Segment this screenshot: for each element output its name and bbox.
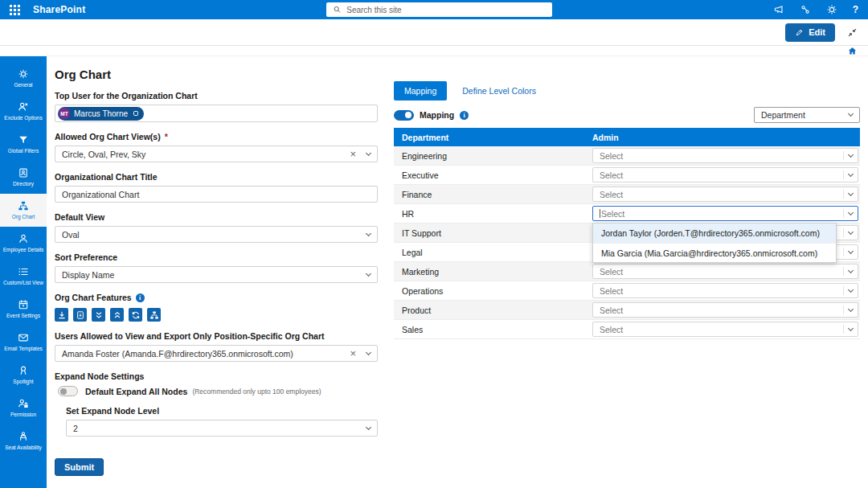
sidebar-item-org-chart[interactable]: Org Chart (0, 194, 47, 227)
admin-select[interactable]: Select (592, 167, 858, 182)
admin-select[interactable]: Select (592, 264, 858, 279)
sidebar-item-custom-list-view[interactable]: Custom/List View (0, 260, 47, 293)
download-button[interactable] (55, 308, 68, 322)
allowed-views-combobox[interactable]: Circle, Oval, Prev, Sky × (55, 146, 378, 162)
clear-icon[interactable]: × (350, 149, 356, 159)
department-cell: Marketing (394, 267, 592, 277)
mapping-table: Department Admin Engineering Select (394, 128, 860, 339)
mapping-toggle[interactable] (394, 110, 414, 121)
export-file-icon (76, 310, 85, 320)
collapse-view-icon[interactable] (847, 27, 858, 38)
column-header-admin: Admin (592, 133, 860, 142)
info-icon[interactable]: i (460, 111, 469, 120)
search-input[interactable] (346, 6, 546, 14)
sidebar-item-directory[interactable]: Directory (0, 161, 47, 194)
group-by-value: Department (761, 110, 849, 120)
admin-select[interactable]: Select (592, 322, 858, 337)
sidebar-item-exclude-options[interactable]: Exclude Options (0, 95, 47, 128)
help-icon[interactable]: ? (853, 4, 858, 15)
chart-title-input[interactable]: Organizational Chart (55, 186, 378, 203)
chevron-down-icon[interactable] (366, 349, 371, 355)
tab-mapping[interactable]: Mapping (394, 81, 447, 100)
admin-select-placeholder: Select (601, 209, 624, 219)
chevron-down-icon[interactable] (848, 325, 854, 330)
command-bar: Edit (0, 19, 868, 46)
chevron-down-icon[interactable] (848, 190, 854, 195)
group-by-select[interactable]: Department (754, 107, 860, 123)
megaphone-icon[interactable] (773, 4, 784, 15)
connections-icon[interactable] (800, 4, 811, 15)
top-user-field[interactable]: MT Marcus Thorne (55, 105, 378, 122)
chevron-down-icon[interactable] (848, 286, 854, 292)
edit-button[interactable]: Edit (785, 23, 835, 42)
collapse-all-button[interactable] (110, 308, 124, 322)
chevron-down-icon[interactable] (366, 150, 371, 155)
app-launcher-icon[interactable] (10, 5, 20, 15)
sidebar-item-global-filters[interactable]: Global Filters (0, 128, 47, 161)
chevron-down-icon[interactable] (848, 151, 854, 157)
search-icon (333, 5, 342, 14)
export-image-button[interactable] (73, 308, 87, 322)
admin-select[interactable]: Select (592, 283, 858, 298)
default-view-select[interactable]: Oval (55, 226, 378, 243)
chevron-down-icon[interactable] (848, 248, 854, 253)
default-view-value: Oval (62, 230, 366, 240)
settings-gear-icon[interactable] (826, 4, 837, 15)
submit-button[interactable]: Submit (55, 458, 104, 476)
refresh-button[interactable] (129, 308, 142, 322)
hierarchy-view-button[interactable] (147, 308, 161, 322)
chevron-down-icon[interactable] (848, 306, 854, 311)
info-icon[interactable]: i (136, 293, 145, 302)
chart-title-label: Organizational Chart Title (55, 172, 378, 182)
sidebar-item-spotlight[interactable]: Spotlight (0, 359, 47, 392)
clear-icon[interactable]: × (350, 348, 356, 359)
admin-select-focused[interactable]: Select (592, 206, 858, 221)
dropdown-option[interactable]: Mia Garcia (Mia.Garcia@hrdirectory365.on… (593, 243, 836, 262)
default-expand-toggle-row: Default Expand All Nodes (Recommended on… (58, 386, 378, 396)
sidebar-item-email-templates[interactable]: Email Templates (0, 326, 47, 359)
sidebar-item-event-settings[interactable]: Event Settings (0, 293, 47, 326)
chevron-down-icon[interactable] (366, 424, 371, 429)
table-row: Executive Select (394, 166, 860, 185)
filter-icon (18, 134, 29, 146)
admin-select[interactable]: Select (592, 187, 858, 202)
chevron-down-icon[interactable] (848, 267, 854, 273)
envelope-icon (18, 332, 29, 343)
home-icon[interactable] (847, 46, 858, 56)
refresh-icon (131, 310, 141, 320)
admin-select[interactable]: Select (592, 302, 858, 318)
calendar-icon (18, 299, 29, 310)
chevron-down-icon[interactable] (366, 270, 371, 276)
chevron-down-icon[interactable] (848, 209, 854, 215)
settings-sidebar: General Exclude Options Global Filters D… (0, 56, 47, 488)
allowed-views-label: Allowed Org Chart View(s) * (55, 132, 378, 141)
admin-select[interactable]: Select (592, 148, 858, 163)
dropdown-option-highlighted[interactable]: Jordan Taylor (Jorden.T@hrdirectory365.o… (593, 223, 836, 243)
expand-level-select[interactable]: 2 (66, 420, 378, 437)
sidebar-item-permission[interactable]: Permission (0, 392, 47, 424)
tab-define-level-colors[interactable]: Define Level Colors (462, 86, 536, 96)
sidebar-item-label: Permission (10, 412, 36, 417)
sidebar-item-general[interactable]: General (0, 62, 47, 95)
sort-preference-select[interactable]: Display Name (55, 266, 378, 283)
sidebar-item-label: Exclude Options (4, 115, 42, 121)
top-user-pill[interactable]: MT Marcus Thorne (58, 107, 144, 121)
sidebar-item-seat-availability[interactable]: Seat Availability (0, 424, 47, 457)
sidebar-item-employee-details[interactable]: Employee Details (0, 227, 47, 260)
panel-tabs: Mapping Define Level Colors (394, 81, 860, 100)
chevron-down-icon[interactable] (848, 111, 854, 117)
chevron-down-icon[interactable] (366, 230, 371, 236)
users-allowed-combobox[interactable]: Amanda Foster (Amanda.F@hrdirectory365.o… (55, 345, 378, 362)
expand-all-button[interactable] (92, 308, 105, 322)
expand-level-label: Set Expand Node Level (66, 406, 378, 416)
presence-badge-icon[interactable] (133, 111, 138, 116)
app-title[interactable]: SharePoint (33, 4, 85, 15)
double-chevron-down-icon (94, 310, 104, 320)
chevron-down-icon[interactable] (848, 228, 854, 234)
expand-node-settings-label: Expand Node Settings (55, 371, 378, 381)
site-search[interactable] (326, 2, 552, 17)
sort-preference-value: Display Name (62, 270, 366, 280)
default-expand-toggle[interactable] (58, 386, 78, 396)
page-title: Org Chart (55, 68, 378, 81)
chevron-down-icon[interactable] (848, 170, 854, 176)
